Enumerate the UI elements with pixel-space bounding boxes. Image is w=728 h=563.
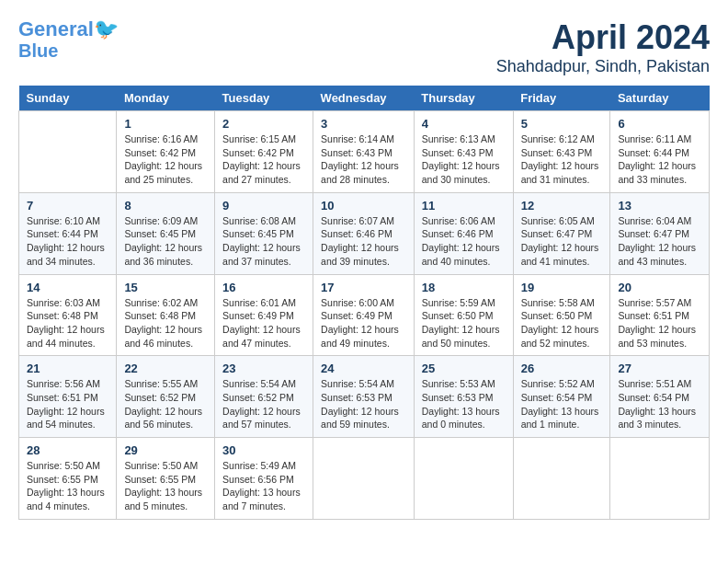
day-number: 15 — [124, 281, 207, 294]
day-number: 27 — [618, 362, 701, 375]
calendar-cell: 28Sunrise: 5:50 AM Sunset: 6:55 PM Dayli… — [19, 438, 117, 520]
day-info: Sunrise: 5:55 AM Sunset: 6:52 PM Dayligh… — [124, 377, 207, 431]
calendar-cell: 20Sunrise: 5:57 AM Sunset: 6:51 PM Dayli… — [610, 274, 710, 356]
day-number: 1 — [124, 117, 207, 131]
day-number: 5 — [521, 117, 603, 131]
calendar-cell: 7Sunrise: 6:10 AM Sunset: 6:44 PM Daylig… — [19, 192, 117, 274]
calendar-week-row: 28Sunrise: 5:50 AM Sunset: 6:55 PM Dayli… — [19, 438, 710, 520]
day-number: 21 — [27, 362, 108, 375]
day-number: 28 — [27, 443, 108, 457]
calendar-cell: 23Sunrise: 5:54 AM Sunset: 6:52 PM Dayli… — [215, 356, 313, 438]
calendar-cell: 4Sunrise: 6:13 AM Sunset: 6:43 PM Daylig… — [414, 111, 513, 193]
day-info: Sunrise: 6:09 AM Sunset: 6:45 PM Dayligh… — [124, 214, 207, 269]
day-number: 3 — [321, 117, 406, 131]
calendar-week-row: 14Sunrise: 6:03 AM Sunset: 6:48 PM Dayli… — [19, 274, 710, 356]
calendar-cell: 5Sunrise: 6:12 AM Sunset: 6:43 PM Daylig… — [513, 111, 610, 193]
day-info: Sunrise: 5:53 AM Sunset: 6:53 PM Dayligh… — [422, 377, 506, 431]
logo: General🐦 Blue — [18, 18, 119, 61]
day-info: Sunrise: 6:11 AM Sunset: 6:44 PM Dayligh… — [618, 132, 701, 187]
day-info: Sunrise: 6:05 AM Sunset: 6:47 PM Dayligh… — [521, 214, 603, 269]
calendar-cell: 10Sunrise: 6:07 AM Sunset: 6:46 PM Dayli… — [313, 192, 415, 274]
location-subtitle: Shahdadpur, Sindh, Pakistan — [496, 57, 710, 76]
day-info: Sunrise: 6:00 AM Sunset: 6:49 PM Dayligh… — [321, 296, 406, 350]
day-of-week-header: Tuesday — [215, 86, 313, 111]
calendar-cell: 13Sunrise: 6:04 AM Sunset: 6:47 PM Dayli… — [610, 192, 710, 274]
calendar-cell: 15Sunrise: 6:02 AM Sunset: 6:48 PM Dayli… — [117, 274, 215, 356]
day-number: 12 — [521, 199, 603, 213]
day-info: Sunrise: 6:03 AM Sunset: 6:48 PM Dayligh… — [27, 296, 108, 350]
day-number: 18 — [422, 281, 506, 294]
calendar-cell: 27Sunrise: 5:51 AM Sunset: 6:54 PM Dayli… — [610, 356, 710, 438]
day-info: Sunrise: 6:02 AM Sunset: 6:48 PM Dayligh… — [124, 296, 207, 350]
calendar-cell: 14Sunrise: 6:03 AM Sunset: 6:48 PM Dayli… — [19, 274, 117, 356]
day-info: Sunrise: 6:12 AM Sunset: 6:43 PM Dayligh… — [521, 132, 603, 187]
calendar-cell — [414, 438, 513, 520]
calendar-cell — [610, 438, 710, 520]
day-info: Sunrise: 5:57 AM Sunset: 6:51 PM Dayligh… — [618, 296, 701, 350]
calendar-cell: 12Sunrise: 6:05 AM Sunset: 6:47 PM Dayli… — [513, 192, 610, 274]
day-number: 16 — [222, 281, 305, 294]
day-of-week-header: Saturday — [610, 86, 710, 111]
day-info: Sunrise: 5:59 AM Sunset: 6:50 PM Dayligh… — [422, 296, 506, 350]
day-info: Sunrise: 6:01 AM Sunset: 6:49 PM Dayligh… — [222, 296, 305, 350]
calendar-cell: 19Sunrise: 5:58 AM Sunset: 6:50 PM Dayli… — [513, 274, 610, 356]
day-number: 2 — [222, 117, 305, 131]
day-info: Sunrise: 6:08 AM Sunset: 6:45 PM Dayligh… — [222, 214, 305, 269]
calendar-cell: 1Sunrise: 6:16 AM Sunset: 6:42 PM Daylig… — [117, 111, 215, 193]
calendar-cell: 11Sunrise: 6:06 AM Sunset: 6:46 PM Dayli… — [414, 192, 513, 274]
day-info: Sunrise: 6:15 AM Sunset: 6:42 PM Dayligh… — [222, 132, 305, 187]
day-number: 17 — [321, 281, 406, 294]
day-of-week-header: Sunday — [19, 86, 117, 111]
day-number: 7 — [27, 199, 108, 213]
calendar-cell: 25Sunrise: 5:53 AM Sunset: 6:53 PM Dayli… — [414, 356, 513, 438]
day-of-week-header: Thursday — [414, 86, 513, 111]
day-of-week-header: Friday — [513, 86, 610, 111]
day-number: 8 — [124, 199, 207, 213]
calendar-cell — [19, 111, 117, 193]
day-number: 23 — [222, 362, 305, 375]
day-number: 11 — [422, 199, 506, 213]
calendar-week-row: 1Sunrise: 6:16 AM Sunset: 6:42 PM Daylig… — [19, 111, 710, 193]
calendar-week-row: 21Sunrise: 5:56 AM Sunset: 6:51 PM Dayli… — [19, 356, 710, 438]
day-info: Sunrise: 5:54 AM Sunset: 6:53 PM Dayligh… — [321, 377, 406, 431]
day-info: Sunrise: 5:58 AM Sunset: 6:50 PM Dayligh… — [521, 296, 603, 350]
day-info: Sunrise: 6:06 AM Sunset: 6:46 PM Dayligh… — [422, 214, 506, 269]
calendar-cell: 17Sunrise: 6:00 AM Sunset: 6:49 PM Dayli… — [313, 274, 415, 356]
day-info: Sunrise: 6:13 AM Sunset: 6:43 PM Dayligh… — [422, 132, 506, 187]
calendar-cell: 18Sunrise: 5:59 AM Sunset: 6:50 PM Dayli… — [414, 274, 513, 356]
calendar-table: SundayMondayTuesdayWednesdayThursdayFrid… — [18, 86, 710, 520]
day-info: Sunrise: 5:50 AM Sunset: 6:55 PM Dayligh… — [27, 459, 108, 513]
day-number: 30 — [222, 443, 305, 457]
calendar-cell: 6Sunrise: 6:11 AM Sunset: 6:44 PM Daylig… — [610, 111, 710, 193]
calendar-cell — [513, 438, 610, 520]
day-number: 25 — [422, 362, 506, 375]
day-info: Sunrise: 5:51 AM Sunset: 6:54 PM Dayligh… — [618, 377, 701, 431]
day-number: 24 — [321, 362, 406, 375]
day-info: Sunrise: 6:04 AM Sunset: 6:47 PM Dayligh… — [618, 214, 701, 269]
day-info: Sunrise: 6:07 AM Sunset: 6:46 PM Dayligh… — [321, 214, 406, 269]
calendar-cell: 22Sunrise: 5:55 AM Sunset: 6:52 PM Dayli… — [117, 356, 215, 438]
calendar-cell — [313, 438, 415, 520]
day-info: Sunrise: 5:49 AM Sunset: 6:56 PM Dayligh… — [222, 459, 305, 513]
day-number: 4 — [422, 117, 506, 131]
page-header: General🐦 Blue April 2024 Shahdadpur, Sin… — [18, 18, 710, 76]
day-number: 9 — [222, 199, 305, 213]
day-of-week-header: Wednesday — [313, 86, 415, 111]
day-number: 6 — [618, 117, 701, 131]
day-number: 14 — [27, 281, 108, 294]
day-number: 19 — [521, 281, 603, 294]
calendar-header-row: SundayMondayTuesdayWednesdayThursdayFrid… — [19, 86, 710, 111]
day-info: Sunrise: 6:10 AM Sunset: 6:44 PM Dayligh… — [27, 214, 108, 269]
calendar-cell: 24Sunrise: 5:54 AM Sunset: 6:53 PM Dayli… — [313, 356, 415, 438]
day-number: 20 — [618, 281, 701, 294]
calendar-cell: 29Sunrise: 5:50 AM Sunset: 6:55 PM Dayli… — [117, 438, 215, 520]
calendar-cell: 2Sunrise: 6:15 AM Sunset: 6:42 PM Daylig… — [215, 111, 313, 193]
day-number: 10 — [321, 199, 406, 213]
calendar-cell: 16Sunrise: 6:01 AM Sunset: 6:49 PM Dayli… — [215, 274, 313, 356]
logo-blue: Blue — [18, 40, 58, 61]
calendar-cell: 9Sunrise: 6:08 AM Sunset: 6:45 PM Daylig… — [215, 192, 313, 274]
day-info: Sunrise: 6:14 AM Sunset: 6:43 PM Dayligh… — [321, 132, 406, 187]
day-info: Sunrise: 5:50 AM Sunset: 6:55 PM Dayligh… — [124, 459, 207, 513]
calendar-cell: 30Sunrise: 5:49 AM Sunset: 6:56 PM Dayli… — [215, 438, 313, 520]
day-info: Sunrise: 5:54 AM Sunset: 6:52 PM Dayligh… — [222, 377, 305, 431]
